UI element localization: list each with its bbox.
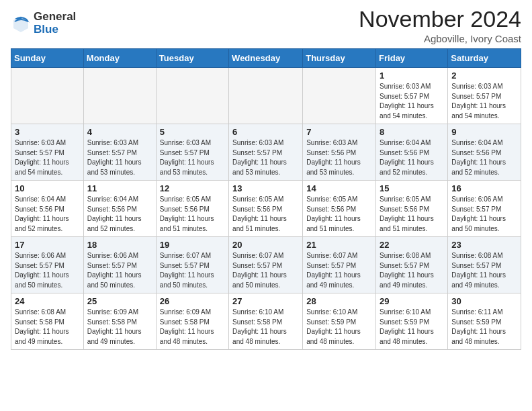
day-info: Sunrise: 6:04 AM Sunset: 5:56 PM Dayligh… (380, 138, 444, 177)
calendar-day: 28Sunrise: 6:10 AM Sunset: 5:59 PM Dayli… (303, 293, 376, 350)
day-info: Sunrise: 6:05 AM Sunset: 5:56 PM Dayligh… (380, 195, 444, 234)
day-info: Sunrise: 6:06 AM Sunset: 5:57 PM Dayligh… (451, 195, 517, 234)
day-number: 16 (451, 183, 517, 193)
calendar: SundayMondayTuesdayWednesdayThursdayFrid… (11, 48, 521, 350)
calendar-day: 3Sunrise: 6:03 AM Sunset: 5:57 PM Daylig… (11, 124, 84, 181)
day-number: 12 (160, 183, 225, 193)
location: Agboville, Ivory Coast (359, 33, 521, 44)
day-number: 7 (306, 127, 372, 137)
calendar-day: 1Sunrise: 6:03 AM Sunset: 5:57 PM Daylig… (376, 68, 448, 124)
calendar-day: 16Sunrise: 6:06 AM Sunset: 5:57 PM Dayli… (448, 181, 521, 237)
day-info: Sunrise: 6:10 AM Sunset: 5:58 PM Dayligh… (232, 308, 299, 347)
day-number: 21 (306, 240, 372, 250)
day-number: 6 (232, 127, 299, 137)
calendar-day (83, 68, 156, 124)
calendar-day: 10Sunrise: 6:04 AM Sunset: 5:56 PM Dayli… (11, 181, 84, 237)
day-info: Sunrise: 6:04 AM Sunset: 5:56 PM Dayligh… (15, 195, 80, 234)
calendar-day: 24Sunrise: 6:08 AM Sunset: 5:58 PM Dayli… (11, 293, 84, 350)
day-number: 10 (15, 183, 80, 193)
page: General Blue November 2024 Agboville, Iv… (0, 0, 532, 411)
calendar-day: 11Sunrise: 6:04 AM Sunset: 5:56 PM Dayli… (83, 181, 156, 237)
day-number: 9 (451, 127, 517, 137)
calendar-day: 4Sunrise: 6:03 AM Sunset: 5:57 PM Daylig… (83, 124, 156, 181)
day-info: Sunrise: 6:03 AM Sunset: 5:57 PM Dayligh… (451, 82, 517, 121)
calendar-day: 30Sunrise: 6:11 AM Sunset: 5:59 PM Dayli… (448, 293, 521, 350)
logo-general-text: General (34, 11, 76, 24)
day-info: Sunrise: 6:08 AM Sunset: 5:57 PM Dayligh… (380, 251, 444, 290)
calendar-day (303, 68, 376, 124)
calendar-header-friday: Friday (376, 49, 448, 68)
calendar-header-thursday: Thursday (303, 49, 376, 68)
header: General Blue November 2024 Agboville, Iv… (11, 7, 521, 44)
calendar-day: 25Sunrise: 6:09 AM Sunset: 5:58 PM Dayli… (83, 293, 156, 350)
day-info: Sunrise: 6:03 AM Sunset: 5:56 PM Dayligh… (306, 138, 372, 177)
calendar-header-monday: Monday (83, 49, 156, 68)
logo-blue-text: Blue (34, 24, 76, 36)
day-info: Sunrise: 6:10 AM Sunset: 5:59 PM Dayligh… (306, 308, 372, 347)
calendar-day: 21Sunrise: 6:07 AM Sunset: 5:57 PM Dayli… (303, 237, 376, 293)
calendar-day: 22Sunrise: 6:08 AM Sunset: 5:57 PM Dayli… (376, 237, 448, 293)
day-number: 22 (380, 240, 444, 250)
calendar-day: 15Sunrise: 6:05 AM Sunset: 5:56 PM Dayli… (376, 181, 448, 237)
day-info: Sunrise: 6:11 AM Sunset: 5:59 PM Dayligh… (451, 308, 517, 347)
day-info: Sunrise: 6:05 AM Sunset: 5:56 PM Dayligh… (160, 195, 225, 234)
day-number: 30 (451, 296, 517, 306)
calendar-day: 19Sunrise: 6:07 AM Sunset: 5:57 PM Dayli… (156, 237, 228, 293)
calendar-day: 9Sunrise: 6:04 AM Sunset: 5:56 PM Daylig… (448, 124, 521, 181)
calendar-header-row: SundayMondayTuesdayWednesdayThursdayFrid… (11, 49, 521, 68)
day-info: Sunrise: 6:05 AM Sunset: 5:56 PM Dayligh… (232, 195, 299, 234)
month-title: November 2024 (359, 7, 521, 32)
day-number: 4 (87, 127, 152, 137)
calendar-day: 27Sunrise: 6:10 AM Sunset: 5:58 PM Dayli… (229, 293, 303, 350)
calendar-day (11, 68, 84, 124)
calendar-day (156, 68, 228, 124)
day-number: 29 (380, 296, 444, 306)
day-info: Sunrise: 6:03 AM Sunset: 5:57 PM Dayligh… (380, 82, 444, 121)
logo-icon (11, 13, 31, 34)
calendar-header-wednesday: Wednesday (229, 49, 303, 68)
day-number: 5 (160, 127, 225, 137)
calendar-day: 12Sunrise: 6:05 AM Sunset: 5:56 PM Dayli… (156, 181, 228, 237)
calendar-day: 18Sunrise: 6:06 AM Sunset: 5:57 PM Dayli… (83, 237, 156, 293)
day-number: 25 (87, 296, 152, 306)
day-number: 27 (232, 296, 299, 306)
calendar-day: 7Sunrise: 6:03 AM Sunset: 5:56 PM Daylig… (303, 124, 376, 181)
day-number: 8 (380, 127, 444, 137)
day-number: 1 (380, 71, 444, 81)
day-info: Sunrise: 6:03 AM Sunset: 5:57 PM Dayligh… (160, 138, 225, 177)
calendar-day: 26Sunrise: 6:09 AM Sunset: 5:58 PM Dayli… (156, 293, 228, 350)
calendar-week-row: 1Sunrise: 6:03 AM Sunset: 5:57 PM Daylig… (11, 68, 521, 124)
day-info: Sunrise: 6:03 AM Sunset: 5:57 PM Dayligh… (15, 138, 80, 177)
calendar-day: 17Sunrise: 6:06 AM Sunset: 5:57 PM Dayli… (11, 237, 84, 293)
day-number: 28 (306, 296, 372, 306)
calendar-week-row: 17Sunrise: 6:06 AM Sunset: 5:57 PM Dayli… (11, 237, 521, 293)
calendar-day: 20Sunrise: 6:07 AM Sunset: 5:57 PM Dayli… (229, 237, 303, 293)
day-number: 23 (451, 240, 517, 250)
day-number: 26 (160, 296, 225, 306)
day-info: Sunrise: 6:07 AM Sunset: 5:57 PM Dayligh… (306, 251, 372, 290)
calendar-week-row: 3Sunrise: 6:03 AM Sunset: 5:57 PM Daylig… (11, 124, 521, 181)
day-info: Sunrise: 6:09 AM Sunset: 5:58 PM Dayligh… (87, 308, 152, 347)
day-number: 19 (160, 240, 225, 250)
day-info: Sunrise: 6:08 AM Sunset: 5:57 PM Dayligh… (451, 251, 517, 290)
day-info: Sunrise: 6:08 AM Sunset: 5:58 PM Dayligh… (15, 308, 80, 347)
day-info: Sunrise: 6:07 AM Sunset: 5:57 PM Dayligh… (160, 251, 225, 290)
day-info: Sunrise: 6:03 AM Sunset: 5:57 PM Dayligh… (87, 138, 152, 177)
logo: General Blue (11, 11, 76, 36)
day-number: 15 (380, 183, 444, 193)
day-number: 24 (15, 296, 80, 306)
day-info: Sunrise: 6:09 AM Sunset: 5:58 PM Dayligh… (160, 308, 225, 347)
calendar-day: 8Sunrise: 6:04 AM Sunset: 5:56 PM Daylig… (376, 124, 448, 181)
day-number: 20 (232, 240, 299, 250)
calendar-day (229, 68, 303, 124)
calendar-day: 14Sunrise: 6:05 AM Sunset: 5:56 PM Dayli… (303, 181, 376, 237)
day-number: 11 (87, 183, 152, 193)
calendar-day: 2Sunrise: 6:03 AM Sunset: 5:57 PM Daylig… (448, 68, 521, 124)
day-number: 14 (306, 183, 372, 193)
calendar-day: 29Sunrise: 6:10 AM Sunset: 5:59 PM Dayli… (376, 293, 448, 350)
calendar-header-tuesday: Tuesday (156, 49, 228, 68)
day-number: 3 (15, 127, 80, 137)
calendar-day: 13Sunrise: 6:05 AM Sunset: 5:56 PM Dayli… (229, 181, 303, 237)
day-info: Sunrise: 6:06 AM Sunset: 5:57 PM Dayligh… (15, 251, 80, 290)
day-info: Sunrise: 6:04 AM Sunset: 5:56 PM Dayligh… (87, 195, 152, 234)
